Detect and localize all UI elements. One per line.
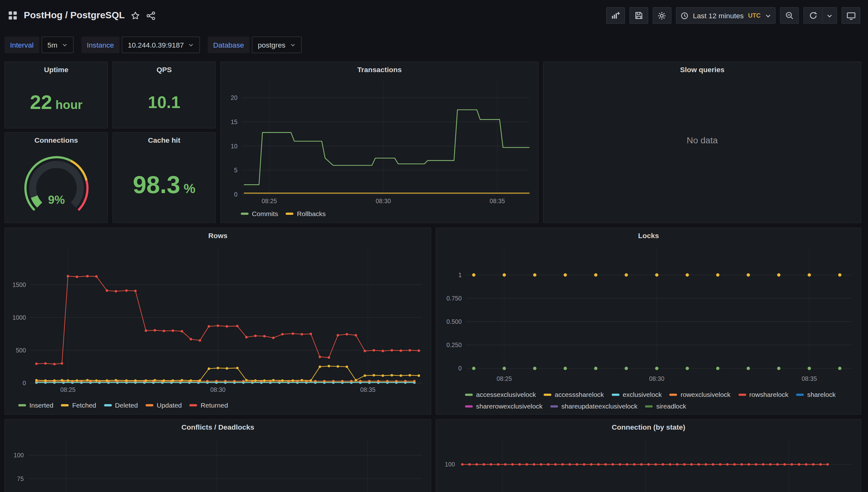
legend-item-accesssharelock[interactable]: accesssharelock [544, 390, 604, 399]
cache-hit-unit: % [183, 181, 196, 197]
svg-text:0.500: 0.500 [447, 318, 462, 325]
legend-label: accessexclusivelock [476, 390, 536, 399]
legend-label: rowsharelock [749, 390, 788, 399]
legend-item-rowexclusivelock[interactable]: rowexclusivelock [670, 390, 730, 399]
connection-by-state-chart[interactable]: 100 [441, 435, 857, 492]
dashboard-title: PostHog / PostgreSQL [24, 10, 125, 21]
dashboard-settings-button[interactable] [652, 7, 671, 24]
legend-item-exclusivelock[interactable]: exclusivelock [612, 390, 662, 399]
variable-interval: Interval 5m [4, 36, 73, 53]
transactions-chart[interactable]: 08:2508:3008:3505101520 [225, 77, 534, 207]
cache-hit-stat: 98.3 % [133, 171, 196, 199]
panel-qps: QPS 10.1 [113, 62, 216, 128]
panel-title-cache-hit[interactable]: Cache hit [113, 133, 216, 147]
chart-canvas: 08:2508:3008:3505101520 [225, 77, 534, 207]
zoom-out-icon [785, 11, 794, 20]
chart-canvas: 08:2508:3008:3500.2500.5000.7501 [441, 244, 857, 385]
gear-icon [657, 11, 667, 20]
clock-icon [680, 11, 689, 20]
refresh-button-group [803, 7, 837, 24]
legend-label: Rollbacks [297, 209, 326, 218]
svg-text:10: 10 [231, 143, 238, 150]
legend-label: sharelock [807, 390, 836, 399]
instance-select[interactable]: 10.244.0.39:9187 [122, 36, 200, 53]
interval-select[interactable]: 5m [41, 36, 73, 53]
svg-text:500: 500 [16, 347, 26, 354]
timezone-label: UTC [748, 12, 761, 19]
legend-label: Inserted [29, 401, 53, 410]
series-color-chip [738, 394, 746, 396]
svg-text:5: 5 [234, 167, 238, 174]
dashboards-grid-icon [8, 10, 18, 21]
save-dashboard-button[interactable] [629, 7, 648, 24]
panel-title-connection-by-state[interactable]: Connection (by state) [436, 420, 861, 434]
legend-label: Updated [157, 401, 182, 410]
panel-title-slow-queries[interactable]: Slow queries [544, 62, 861, 77]
panel-locks: Locks 08:2508:3008:3500.2500.5000.7501 a… [436, 227, 861, 415]
conflicts-chart[interactable]: 10075 [9, 435, 426, 492]
panel-title-conflicts[interactable]: Conflicts / Deadlocks [5, 420, 431, 434]
gauge-canvas: 9% [15, 153, 98, 217]
star-icon[interactable] [131, 11, 140, 20]
svg-text:08:25: 08:25 [60, 387, 76, 393]
chart-canvas: 100 [441, 435, 857, 492]
legend-item-sharelock[interactable]: sharelock [796, 390, 836, 399]
svg-text:0: 0 [23, 380, 26, 387]
dashboard-toolbar: Last 12 minutes UTC [606, 7, 860, 24]
panel-title-connections[interactable]: Connections [5, 133, 107, 147]
svg-text:100: 100 [14, 452, 24, 459]
legend-label: sharerowexclusivelock [476, 402, 543, 411]
add-panel-button[interactable] [606, 7, 625, 24]
refresh-interval-dropdown[interactable] [822, 7, 837, 24]
panel-title-rows[interactable]: Rows [5, 228, 431, 243]
variable-instance: Instance 10.244.0.39:9187 [81, 36, 200, 53]
legend-label: Fetched [72, 401, 96, 410]
dashboard-variables-row: Interval 5m Instance 10.244.0.39:9187 Da… [4, 35, 864, 54]
legend-item-Deleted[interactable]: Deleted [104, 401, 138, 410]
series-color-chip [190, 404, 197, 406]
rows-legend: InsertedFetchedDeletedUpdatedReturned [9, 401, 426, 410]
locks-chart[interactable]: 08:2508:3008:3500.2500.5000.7501 [441, 244, 857, 385]
svg-text:0.250: 0.250 [447, 342, 462, 348]
series-color-chip [550, 405, 558, 408]
svg-text:08:30: 08:30 [210, 387, 225, 393]
panel-transactions: Transactions 08:2508:3008:3505101520 Com… [221, 62, 539, 223]
tv-icon [846, 11, 856, 20]
panel-title-transactions[interactable]: Transactions [221, 62, 538, 77]
database-select[interactable]: postgres [252, 36, 301, 53]
legend-item-Commits[interactable]: Commits [241, 209, 278, 218]
breadcrumb[interactable]: PostHog / PostgreSQL [8, 10, 156, 21]
refresh-icon [809, 11, 817, 20]
connections-gauge: 9% [5, 147, 107, 223]
variable-database: Database postgres [207, 36, 301, 53]
series-color-chip [670, 394, 677, 396]
legend-item-Returned[interactable]: Returned [190, 401, 228, 410]
kiosk-mode-button[interactable] [842, 7, 861, 24]
share-icon[interactable] [146, 11, 156, 20]
svg-text:08:30: 08:30 [649, 375, 664, 382]
chevron-down-icon [290, 42, 295, 48]
legend-item-sharerowexclusivelock[interactable]: sharerowexclusivelock [465, 402, 542, 411]
panel-title-qps[interactable]: QPS [113, 62, 216, 77]
panel-title-locks[interactable]: Locks [436, 228, 861, 243]
refresh-button[interactable] [803, 7, 822, 24]
panel-connections: Connections 9% [4, 132, 108, 223]
legend-item-Updated[interactable]: Updated [146, 401, 182, 410]
legend-item-Inserted[interactable]: Inserted [18, 401, 53, 410]
time-range-picker[interactable]: Last 12 minutes UTC [675, 7, 775, 24]
zoom-out-button[interactable] [780, 7, 799, 24]
legend-item-sireadlock[interactable]: sireadlock [645, 402, 686, 411]
rows-chart[interactable]: 08:2508:3008:35050010001500 [9, 244, 426, 396]
legend-label: Returned [201, 401, 228, 410]
legend-item-shareupdateexclusivelock[interactable]: shareupdateexclusivelock [550, 402, 638, 411]
panel-connection-by-state: Connection (by state) 100 [436, 419, 861, 492]
gauge-value: 9% [48, 193, 65, 206]
transactions-legend: CommitsRollbacks [225, 209, 534, 218]
panel-title-uptime[interactable]: Uptime [5, 62, 107, 77]
legend-item-Rollbacks[interactable]: Rollbacks [286, 209, 326, 218]
series-color-chip [612, 394, 620, 396]
legend-item-rowsharelock[interactable]: rowsharelock [738, 390, 788, 399]
legend-item-Fetched[interactable]: Fetched [61, 401, 96, 410]
legend-item-accessexclusivelock[interactable]: accessexclusivelock [465, 390, 536, 399]
series-color-chip [465, 394, 473, 396]
